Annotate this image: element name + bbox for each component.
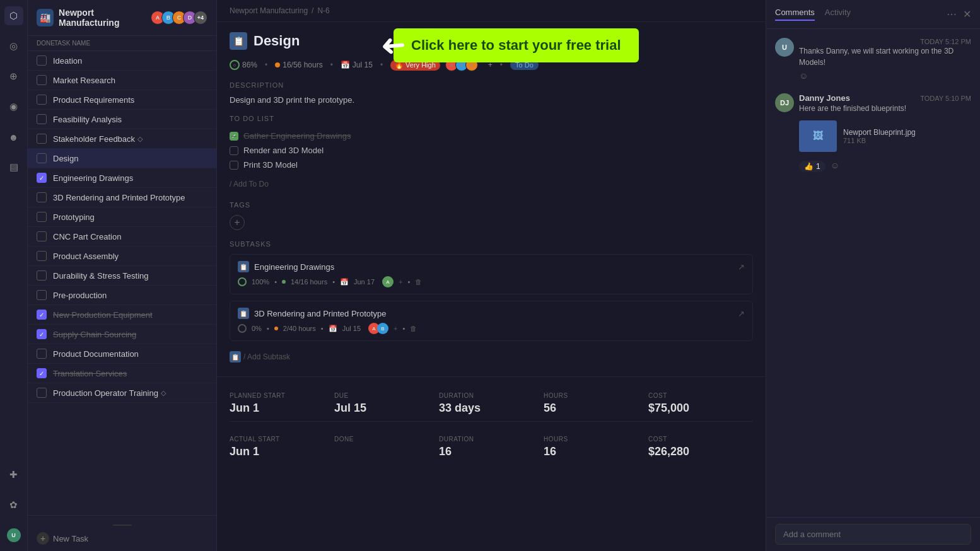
task-checkbox[interactable] [37,329,47,339]
home-icon[interactable]: ⬡ [4,6,23,25]
task-checkbox[interactable] [37,55,47,66]
task-label: 3D Rendering and Printed Prototype [53,193,185,202]
subtask-header: 📋 Engineering Drawings ↗ [238,261,745,272]
calendar-icon: 📅 [329,325,337,333]
task-list-item[interactable]: Feasibility Analysis [28,110,216,129]
task-checkbox[interactable] [37,192,47,202]
task-checkbox[interactable] [37,388,47,398]
task-checkbox[interactable] [37,290,47,300]
task-checkbox[interactable] [37,95,47,105]
subtask-meta: 0% • 2/40 hours • 📅 Jul 15 A B [238,323,745,334]
due-value: Jul 15 [334,402,429,415]
task-list-item[interactable]: Production Operator Training◇ [28,383,216,403]
task-list-item[interactable]: Pre-production [28,286,216,305]
task-checkbox[interactable] [37,349,47,359]
emoji-react-button[interactable]: ☺ [831,160,839,170]
task-checkbox[interactable] [37,114,47,124]
more-options-icon[interactable]: ⋯ [947,8,957,20]
task-label: Feasibility Analysis [53,115,122,124]
calendar-icon: 📅 [341,61,350,69]
comment-time: TODAY 5:10 PM [920,95,971,102]
progress-circle-icon: ○ [230,60,240,70]
subtask-name[interactable]: Engineering Drawings [254,262,334,272]
activity-icon[interactable]: ◎ [4,37,23,55]
task-checkbox[interactable] [37,134,47,144]
task-list-item[interactable]: CNC Part Creation [28,227,216,246]
external-link-icon[interactable]: ↗ [738,262,745,272]
task-list-item[interactable]: Product Requirements [28,90,216,110]
task-checkbox[interactable] [37,310,47,320]
subtask-due: Jun 17 [354,278,375,286]
add-todo-button[interactable]: / Add To Do [230,177,753,191]
add-subtask-button[interactable]: 📋 / Add Subtask [230,347,753,366]
comment-row: DJ Danny Jones TODAY 5:10 PM Here are th… [775,93,971,172]
due-label: DUE [334,392,429,399]
globe-icon[interactable]: ◉ [4,97,23,116]
todo-checkbox[interactable] [230,146,238,155]
task-list-item[interactable]: Supply Chain Sourcing [28,325,216,344]
breadcrumb-sep: / [312,6,313,15]
task-list-item[interactable]: Product Assembly [28,246,216,266]
attachment-name: Newport Blueprint.jpg [843,128,916,137]
external-link-icon[interactable]: ↗ [738,309,745,318]
delete-subtask-icon[interactable]: 🗑 [410,325,417,332]
assignee-mini-avatar: A [382,276,394,287]
docs-icon[interactable]: ▤ [4,158,23,177]
task-checkbox[interactable] [37,153,47,163]
todo-item[interactable]: Print 3D Model [230,158,753,172]
task-checkbox[interactable] [37,212,47,222]
add-subtask-assignee[interactable]: + [399,278,402,286]
user-icon[interactable]: U [4,526,23,545]
task-list-item[interactable]: Market Research [28,71,216,90]
todo-checkbox-checked[interactable] [230,132,238,141]
task-list-item[interactable]: Ideation [28,51,216,71]
cost-stat: COST $75,000 [648,387,753,420]
task-list-item[interactable]: New Production Equipment [28,305,216,325]
task-list-item[interactable]: Durability & Stress Testing [28,266,216,286]
todo-checkbox[interactable] [230,161,238,170]
task-list-item[interactable]: Product Documentation [28,344,216,364]
task-list-item[interactable]: Translation Services [28,364,216,383]
emoji-react-button[interactable]: ☺ [799,71,971,81]
task-list-item[interactable]: Stakeholder Feedback◇ [28,129,216,149]
todo-item[interactable]: Render and 3D Model [230,143,753,158]
stats-row-planned: PLANNED START Jun 1 DUE Jul 15 DURATION … [230,387,753,420]
add-tag-button[interactable]: + [230,215,245,230]
done-label: DONE [334,436,429,443]
subtask-progress: 0% [252,325,262,332]
comment-header-actions: ⋯ ✕ [947,8,971,20]
task-list-item[interactable]: Design [28,149,216,168]
description-label: DESCRIPTION [230,81,753,89]
add-subtask-assignee[interactable]: + [394,325,397,332]
hours-meta: 16/56 hours [275,61,322,69]
task-checkbox[interactable] [37,173,47,183]
reaction-button[interactable]: 👍 1 [799,161,825,172]
subtask-title-row: 📋 3D Rendering and Printed Prototype [238,308,387,319]
todo-item[interactable]: Gather Engineering Drawings [230,129,753,143]
task-list: IdeationMarket ResearchProduct Requireme… [28,51,216,515]
add-icon[interactable]: ✚ [4,465,23,484]
comment-input[interactable] [775,524,971,545]
task-list-item[interactable]: Prototyping [28,207,216,227]
search-icon[interactable]: ⊕ [4,67,23,86]
delete-subtask-icon[interactable]: 🗑 [415,278,422,286]
subtask-name[interactable]: 3D Rendering and Printed Prototype [254,309,387,318]
task-list-item[interactable]: 3D Rendering and Printed Prototype [28,188,216,207]
task-title: Design [254,33,300,49]
activity-tab[interactable]: Activity [825,8,851,21]
task-checkbox[interactable] [37,231,47,241]
stats-section: PLANNED START Jun 1 DUE Jul 15 DURATION … [217,376,766,473]
promo-banner[interactable]: Click here to start your free trial [394,28,639,62]
comment-meta: Danny Jones TODAY 5:10 PM [799,93,971,103]
task-checkbox[interactable] [37,270,47,281]
task-checkbox[interactable] [37,75,47,85]
comments-tab[interactable]: Comments [775,8,815,21]
new-task-button[interactable]: + New Task [37,532,207,545]
duration-label: DURATION [439,392,534,399]
close-panel-icon[interactable]: ✕ [963,8,971,20]
task-list-item[interactable]: Engineering Drawings [28,168,216,188]
task-checkbox[interactable] [37,251,47,261]
task-checkbox[interactable] [37,368,47,378]
settings-icon[interactable]: ✿ [4,496,23,514]
team-icon[interactable]: ☻ [4,127,23,146]
